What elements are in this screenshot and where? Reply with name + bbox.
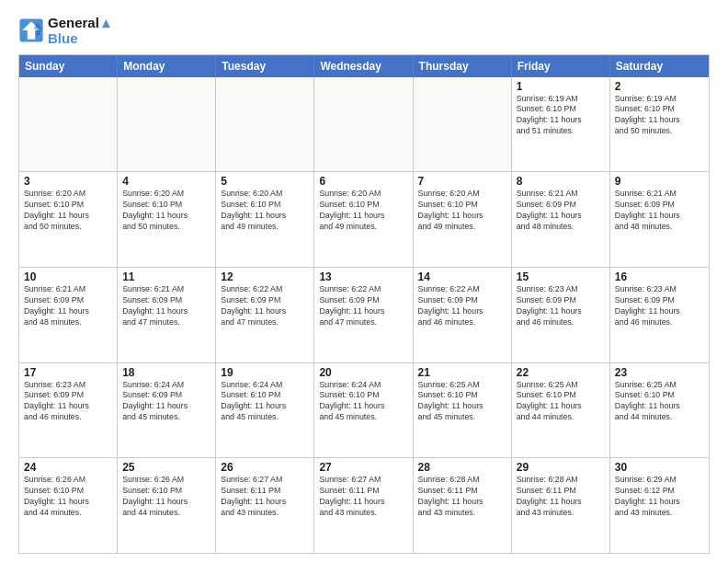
- calendar-body: 1Sunrise: 6:19 AM Sunset: 6:10 PM Daylig…: [19, 77, 709, 554]
- day-number: 30: [615, 461, 704, 474]
- day-info: Sunrise: 6:20 AM Sunset: 6:10 PM Dayligh…: [418, 189, 506, 233]
- day-cell-18: 18Sunrise: 6:24 AM Sunset: 6:09 PM Dayli…: [118, 363, 216, 458]
- day-cell-8: 8Sunrise: 6:21 AM Sunset: 6:09 PM Daylig…: [512, 172, 610, 267]
- day-info: Sunrise: 6:20 AM Sunset: 6:10 PM Dayligh…: [122, 189, 210, 233]
- day-cell-10: 10Sunrise: 6:21 AM Sunset: 6:09 PM Dayli…: [19, 268, 118, 362]
- page: General▲ Blue SundayMondayTuesdayWednesd…: [0, 0, 728, 563]
- day-info: Sunrise: 6:22 AM Sunset: 6:09 PM Dayligh…: [221, 284, 309, 328]
- day-info: Sunrise: 6:24 AM Sunset: 6:10 PM Dayligh…: [319, 380, 407, 424]
- day-cell-27: 27Sunrise: 6:27 AM Sunset: 6:11 PM Dayli…: [314, 458, 413, 553]
- day-number: 9: [615, 175, 704, 188]
- day-cell-12: 12Sunrise: 6:22 AM Sunset: 6:09 PM Dayli…: [216, 268, 314, 362]
- day-cell-7: 7Sunrise: 6:20 AM Sunset: 6:10 PM Daylig…: [414, 172, 512, 267]
- day-number: 11: [122, 270, 210, 283]
- day-number: 20: [319, 366, 407, 379]
- day-number: 29: [517, 461, 605, 474]
- day-info: Sunrise: 6:29 AM Sunset: 6:12 PM Dayligh…: [615, 475, 704, 519]
- day-cell-26: 26Sunrise: 6:27 AM Sunset: 6:11 PM Dayli…: [216, 458, 314, 553]
- day-cell-14: 14Sunrise: 6:22 AM Sunset: 6:09 PM Dayli…: [414, 268, 512, 362]
- day-number: 18: [122, 366, 210, 379]
- day-number: 1: [517, 80, 605, 93]
- logo-area: General▲ Blue: [18, 15, 113, 47]
- day-number: 2: [615, 80, 704, 93]
- day-number: 19: [221, 366, 309, 379]
- weekday-header-wednesday: Wednesday: [314, 55, 413, 77]
- day-cell-2: 2Sunrise: 6:19 AM Sunset: 6:10 PM Daylig…: [610, 77, 709, 172]
- day-cell-5: 5Sunrise: 6:20 AM Sunset: 6:10 PM Daylig…: [216, 172, 314, 267]
- day-cell-24: 24Sunrise: 6:26 AM Sunset: 6:10 PM Dayli…: [19, 458, 118, 553]
- calendar-row-3: 17Sunrise: 6:23 AM Sunset: 6:09 PM Dayli…: [19, 362, 709, 458]
- calendar-row-4: 24Sunrise: 6:26 AM Sunset: 6:10 PM Dayli…: [19, 457, 709, 553]
- day-number: 17: [24, 366, 112, 379]
- day-number: 25: [122, 461, 210, 474]
- day-info: Sunrise: 6:23 AM Sunset: 6:09 PM Dayligh…: [24, 380, 112, 424]
- day-info: Sunrise: 6:23 AM Sunset: 6:09 PM Dayligh…: [517, 284, 605, 328]
- day-cell-22: 22Sunrise: 6:25 AM Sunset: 6:10 PM Dayli…: [512, 363, 610, 458]
- day-number: 8: [517, 175, 605, 188]
- day-number: 16: [615, 270, 704, 283]
- day-cell-13: 13Sunrise: 6:22 AM Sunset: 6:09 PM Dayli…: [314, 268, 413, 362]
- day-info: Sunrise: 6:22 AM Sunset: 6:09 PM Dayligh…: [319, 284, 407, 328]
- day-number: 4: [122, 175, 210, 188]
- day-info: Sunrise: 6:25 AM Sunset: 6:10 PM Dayligh…: [418, 380, 506, 424]
- day-cell-6: 6Sunrise: 6:20 AM Sunset: 6:10 PM Daylig…: [314, 172, 413, 267]
- day-number: 15: [517, 270, 605, 283]
- day-number: 6: [319, 175, 407, 188]
- day-number: 23: [615, 366, 704, 379]
- day-info: Sunrise: 6:22 AM Sunset: 6:09 PM Dayligh…: [418, 284, 506, 328]
- day-info: Sunrise: 6:21 AM Sunset: 6:09 PM Dayligh…: [615, 189, 704, 233]
- day-cell-3: 3Sunrise: 6:20 AM Sunset: 6:10 PM Daylig…: [19, 172, 118, 267]
- calendar-row-2: 10Sunrise: 6:21 AM Sunset: 6:09 PM Dayli…: [19, 267, 709, 362]
- empty-cell-0-0: [19, 77, 118, 172]
- day-info: Sunrise: 6:28 AM Sunset: 6:11 PM Dayligh…: [517, 475, 605, 519]
- day-number: 21: [418, 366, 506, 379]
- day-info: Sunrise: 6:25 AM Sunset: 6:10 PM Dayligh…: [517, 380, 605, 424]
- day-cell-29: 29Sunrise: 6:28 AM Sunset: 6:11 PM Dayli…: [512, 458, 610, 553]
- day-number: 12: [221, 270, 309, 283]
- day-cell-15: 15Sunrise: 6:23 AM Sunset: 6:09 PM Dayli…: [512, 268, 610, 362]
- day-info: Sunrise: 6:20 AM Sunset: 6:10 PM Dayligh…: [221, 189, 309, 233]
- empty-cell-0-3: [314, 77, 413, 172]
- weekday-header-sunday: Sunday: [19, 55, 118, 77]
- day-number: 27: [319, 461, 407, 474]
- day-cell-19: 19Sunrise: 6:24 AM Sunset: 6:10 PM Dayli…: [216, 363, 314, 458]
- day-cell-17: 17Sunrise: 6:23 AM Sunset: 6:09 PM Dayli…: [19, 363, 118, 458]
- day-info: Sunrise: 6:23 AM Sunset: 6:09 PM Dayligh…: [615, 284, 704, 328]
- day-info: Sunrise: 6:26 AM Sunset: 6:10 PM Dayligh…: [122, 475, 210, 519]
- day-cell-23: 23Sunrise: 6:25 AM Sunset: 6:10 PM Dayli…: [610, 363, 709, 458]
- day-cell-28: 28Sunrise: 6:28 AM Sunset: 6:11 PM Dayli…: [414, 458, 512, 553]
- day-info: Sunrise: 6:27 AM Sunset: 6:11 PM Dayligh…: [221, 475, 309, 519]
- calendar-header: SundayMondayTuesdayWednesdayThursdayFrid…: [19, 55, 709, 77]
- weekday-header-tuesday: Tuesday: [216, 55, 314, 77]
- day-number: 5: [221, 175, 309, 188]
- day-info: Sunrise: 6:27 AM Sunset: 6:11 PM Dayligh…: [319, 475, 407, 519]
- day-cell-30: 30Sunrise: 6:29 AM Sunset: 6:12 PM Dayli…: [610, 458, 709, 553]
- calendar-row-1: 3Sunrise: 6:20 AM Sunset: 6:10 PM Daylig…: [19, 171, 709, 267]
- logo-text: General▲ Blue: [48, 15, 113, 47]
- empty-cell-0-1: [118, 77, 216, 172]
- day-number: 7: [418, 175, 506, 188]
- day-number: 13: [319, 270, 407, 283]
- day-info: Sunrise: 6:21 AM Sunset: 6:09 PM Dayligh…: [122, 284, 210, 328]
- day-cell-16: 16Sunrise: 6:23 AM Sunset: 6:09 PM Dayli…: [610, 268, 709, 362]
- day-info: Sunrise: 6:24 AM Sunset: 6:10 PM Dayligh…: [221, 380, 309, 424]
- day-info: Sunrise: 6:21 AM Sunset: 6:09 PM Dayligh…: [517, 189, 605, 233]
- day-number: 22: [517, 366, 605, 379]
- day-cell-11: 11Sunrise: 6:21 AM Sunset: 6:09 PM Dayli…: [118, 268, 216, 362]
- day-number: 14: [418, 270, 506, 283]
- day-cell-21: 21Sunrise: 6:25 AM Sunset: 6:10 PM Dayli…: [414, 363, 512, 458]
- weekday-header-friday: Friday: [512, 55, 610, 77]
- day-cell-25: 25Sunrise: 6:26 AM Sunset: 6:10 PM Dayli…: [118, 458, 216, 553]
- day-number: 28: [418, 461, 506, 474]
- day-info: Sunrise: 6:28 AM Sunset: 6:11 PM Dayligh…: [418, 475, 506, 519]
- day-number: 3: [24, 175, 112, 188]
- day-info: Sunrise: 6:20 AM Sunset: 6:10 PM Dayligh…: [24, 189, 112, 233]
- day-number: 24: [24, 461, 112, 474]
- day-cell-9: 9Sunrise: 6:21 AM Sunset: 6:09 PM Daylig…: [610, 172, 709, 267]
- day-info: Sunrise: 6:20 AM Sunset: 6:10 PM Dayligh…: [319, 189, 407, 233]
- empty-cell-0-2: [216, 77, 314, 172]
- day-cell-1: 1Sunrise: 6:19 AM Sunset: 6:10 PM Daylig…: [512, 77, 610, 172]
- empty-cell-0-4: [414, 77, 512, 172]
- logo-icon: [18, 17, 44, 43]
- day-info: Sunrise: 6:19 AM Sunset: 6:10 PM Dayligh…: [615, 94, 704, 138]
